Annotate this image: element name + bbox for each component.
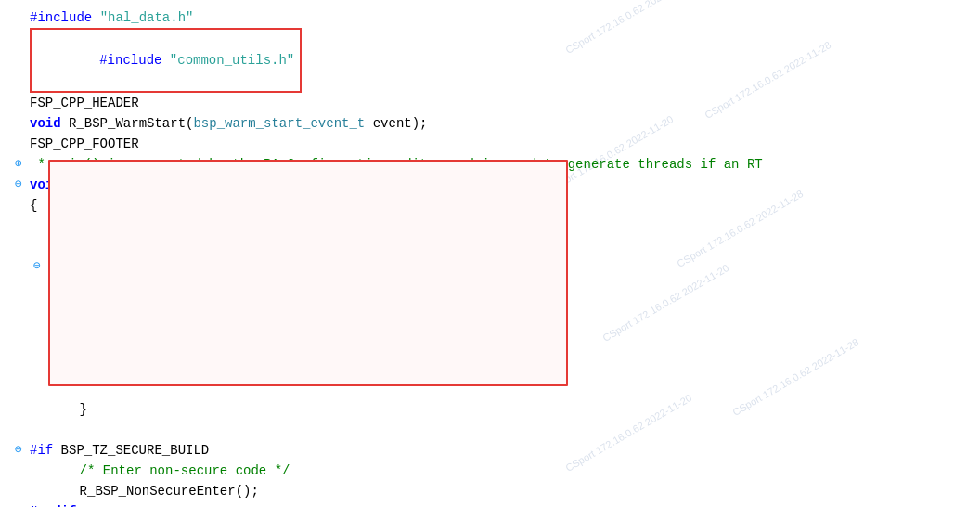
line-2-highlight: #include "common_utils.h" <box>30 28 302 93</box>
code-lines: #include "hal_data.h" #include "common_u… <box>0 7 980 507</box>
line-1-text: #include "hal_data.h" <box>30 7 193 28</box>
line-2-text: #include "common_utils.h" <box>99 53 294 68</box>
line-15: R_BSP_SoftwareDelay(1, BSP_DELAY_UNITS_S… <box>15 338 965 358</box>
line-20-text: #if BSP_TZ_SECURE_BUILD <box>30 440 209 461</box>
line-17-blank <box>15 379 965 399</box>
line-8: { <box>15 195 965 215</box>
line-12-text: {| <box>48 277 95 297</box>
gutter-7: ⊖ <box>15 175 28 195</box>
line-8-text: { <box>30 195 37 215</box>
line-20: ⊖ #if BSP_TZ_SECURE_BUILD <box>15 440 965 461</box>
line-3: FSP_CPP_HEADER <box>15 93 965 113</box>
line-1: #include "hal_data.h" <box>15 7 965 28</box>
line-9: /* TODO: add your own code here */ <box>15 215 965 236</box>
line-15-text: R_BSP_SoftwareDelay(1, BSP_DELAY_UNITS_S… <box>67 338 504 358</box>
code-editor: CSport 172.16.0.62 2022-11-20 CSport 172… <box>0 0 980 507</box>
line-10-text: unsigned int count_vale=0; <box>48 236 282 256</box>
line-4-text: void R_BSP_WarmStart(bsp_warm_start_even… <box>30 113 428 134</box>
line-14-text: APP_PRINT("RTT print count %d",count_val… <box>67 318 464 338</box>
line-17-text: } <box>48 399 87 420</box>
line-7-text: void hal_entry(void) <box>30 175 186 195</box>
gutter-20: ⊖ <box>15 440 28 461</box>
line-11: ⊖ while(1) <box>15 256 965 277</box>
line-6-text: * main() is generated by the RA Configur… <box>30 154 763 175</box>
line-13: APP_PRINT("** RTT_Printf_test ** \r\n"); <box>15 297 965 318</box>
gutter-6: ⊕ <box>15 154 28 175</box>
line-14: APP_PRINT("RTT print count %d",count_val… <box>15 318 965 338</box>
line-3-text: FSP_CPP_HEADER <box>30 93 139 113</box>
line-12: {| <box>15 277 965 297</box>
gutter-11: ⊖ <box>33 256 46 277</box>
line-7: ⊖ void hal_entry(void) <box>15 175 965 195</box>
line-23: #endif <box>15 501 965 507</box>
line-6: ⊕ * main() is generated by the RA Config… <box>15 154 965 175</box>
line-10: unsigned int count_vale=0; <box>15 236 965 256</box>
line-23-text: #endif <box>30 501 76 507</box>
line-21-text: /* Enter non-secure code */ <box>48 461 290 481</box>
line-16-text: count_vale++; <box>67 358 230 379</box>
line-9-text: /* TODO: add your own code here */ <box>48 215 314 236</box>
line-5: FSP_CPP_FOOTER <box>15 134 965 154</box>
line-22: R_BSP_NonSecureEnter(); <box>15 481 965 501</box>
line-16: count_vale++; <box>15 358 965 379</box>
line-22-text: R_BSP_NonSecureEnter(); <box>48 481 259 501</box>
line-5-text: FSP_CPP_FOOTER <box>30 134 139 154</box>
line-13-text: APP_PRINT("** RTT_Printf_test ** \r\n"); <box>67 297 441 318</box>
line-18-blank <box>15 420 965 440</box>
line-4: void R_BSP_WarmStart(bsp_warm_start_even… <box>15 113 965 134</box>
line-17: } <box>15 399 965 420</box>
line-11-text: while(1) <box>48 256 142 277</box>
line-2: #include "common_utils.h" <box>15 28 965 93</box>
line-21: /* Enter non-secure code */ <box>15 461 965 481</box>
